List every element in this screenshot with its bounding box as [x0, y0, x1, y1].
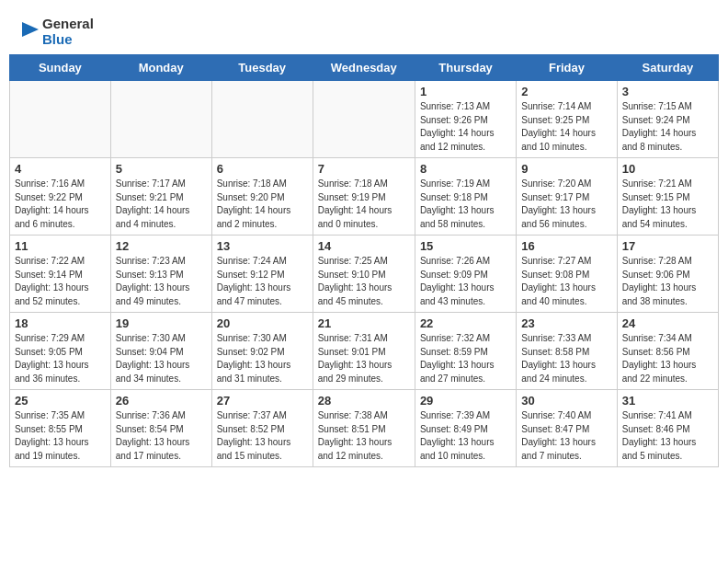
day-number: 3 — [622, 85, 713, 98]
day-number: 11 — [15, 239, 106, 253]
day-number: 21 — [318, 316, 410, 330]
day-info: Sunrise: 7:23 AM Sunset: 9:13 PM Dayligh… — [116, 255, 207, 308]
day-info: Sunrise: 7:17 AM Sunset: 9:21 PM Dayligh… — [116, 178, 207, 231]
day-number: 16 — [521, 239, 611, 253]
day-number: 15 — [420, 239, 511, 253]
day-number: 6 — [217, 162, 308, 176]
day-info: Sunrise: 7:22 AM Sunset: 9:14 PM Dayligh… — [15, 255, 106, 308]
day-number: 24 — [622, 316, 713, 330]
day-info: Sunrise: 7:15 AM Sunset: 9:24 PM Dayligh… — [622, 100, 713, 154]
calendar-cell-1-3 — [211, 81, 313, 158]
day-info: Sunrise: 7:27 AM Sunset: 9:08 PM Dayligh… — [521, 255, 611, 308]
calendar-cell-4-7: 24Sunrise: 7:34 AM Sunset: 8:56 PM Dayli… — [617, 313, 718, 390]
svg-marker-0 — [22, 22, 39, 37]
day-info: Sunrise: 7:28 AM Sunset: 9:06 PM Dayligh… — [622, 255, 713, 308]
day-number: 9 — [521, 162, 611, 176]
day-number: 14 — [318, 239, 410, 253]
day-number: 2 — [521, 85, 611, 98]
day-info: Sunrise: 7:21 AM Sunset: 9:15 PM Dayligh… — [622, 178, 713, 231]
day-header-friday: Friday — [517, 55, 617, 81]
day-header-saturday: Saturday — [617, 55, 718, 81]
calendar-cell-4-1: 18Sunrise: 7:29 AM Sunset: 9:05 PM Dayli… — [10, 313, 111, 390]
day-number: 23 — [521, 316, 611, 330]
calendar-cell-2-7: 10Sunrise: 7:21 AM Sunset: 9:15 PM Dayli… — [617, 158, 718, 236]
calendar-cell-1-4 — [313, 81, 415, 158]
day-number: 1 — [420, 85, 511, 98]
day-number: 12 — [116, 239, 207, 253]
calendar-cell-4-4: 21Sunrise: 7:31 AM Sunset: 9:01 PM Dayli… — [313, 313, 415, 390]
day-info: Sunrise: 7:19 AM Sunset: 9:18 PM Dayligh… — [420, 178, 511, 231]
day-info: Sunrise: 7:25 AM Sunset: 9:10 PM Dayligh… — [318, 255, 410, 308]
calendar-week-3: 11Sunrise: 7:22 AM Sunset: 9:14 PM Dayli… — [10, 236, 719, 313]
day-info: Sunrise: 7:40 AM Sunset: 8:47 PM Dayligh… — [521, 409, 611, 463]
page-header: GeneralBlue — [0, 0, 728, 54]
day-info: Sunrise: 7:18 AM Sunset: 9:19 PM Dayligh… — [318, 178, 410, 231]
calendar-cell-2-6: 9Sunrise: 7:20 AM Sunset: 9:17 PM Daylig… — [517, 158, 617, 236]
day-number: 29 — [420, 394, 511, 408]
day-number: 5 — [116, 162, 207, 176]
day-info: Sunrise: 7:35 AM Sunset: 8:55 PM Dayligh… — [15, 409, 106, 463]
day-header-thursday: Thursday — [415, 55, 516, 81]
day-info: Sunrise: 7:36 AM Sunset: 8:54 PM Dayligh… — [116, 409, 207, 463]
day-number: 13 — [217, 239, 308, 253]
calendar-cell-5-3: 27Sunrise: 7:37 AM Sunset: 8:52 PM Dayli… — [211, 390, 313, 467]
day-info: Sunrise: 7:26 AM Sunset: 9:09 PM Dayligh… — [420, 255, 511, 308]
calendar-cell-1-1 — [10, 81, 111, 158]
calendar-week-5: 25Sunrise: 7:35 AM Sunset: 8:55 PM Dayli… — [10, 390, 719, 467]
calendar-cell-2-5: 8Sunrise: 7:19 AM Sunset: 9:18 PM Daylig… — [415, 158, 516, 236]
calendar-cell-5-5: 29Sunrise: 7:39 AM Sunset: 8:49 PM Dayli… — [415, 390, 516, 467]
calendar-cell-1-2 — [110, 81, 211, 158]
day-info: Sunrise: 7:30 AM Sunset: 9:04 PM Dayligh… — [116, 332, 207, 385]
logo: GeneralBlue — [22, 17, 94, 47]
day-info: Sunrise: 7:24 AM Sunset: 9:12 PM Dayligh… — [217, 255, 308, 308]
day-number: 26 — [116, 394, 207, 408]
day-info: Sunrise: 7:39 AM Sunset: 8:49 PM Dayligh… — [420, 409, 511, 463]
day-number: 22 — [420, 316, 511, 330]
calendar-cell-5-1: 25Sunrise: 7:35 AM Sunset: 8:55 PM Dayli… — [10, 390, 111, 467]
calendar-body: 1Sunrise: 7:13 AM Sunset: 9:26 PM Daylig… — [10, 81, 719, 467]
day-info: Sunrise: 7:33 AM Sunset: 8:58 PM Dayligh… — [521, 332, 611, 385]
day-number: 10 — [622, 162, 713, 176]
calendar-week-1: 1Sunrise: 7:13 AM Sunset: 9:26 PM Daylig… — [10, 81, 719, 158]
calendar-cell-4-6: 23Sunrise: 7:33 AM Sunset: 8:58 PM Dayli… — [517, 313, 617, 390]
day-header-tuesday: Tuesday — [211, 55, 313, 81]
calendar-cell-2-1: 4Sunrise: 7:16 AM Sunset: 9:22 PM Daylig… — [10, 158, 111, 236]
day-info: Sunrise: 7:14 AM Sunset: 9:25 PM Dayligh… — [521, 100, 611, 154]
calendar-cell-2-3: 6Sunrise: 7:18 AM Sunset: 9:20 PM Daylig… — [211, 158, 313, 236]
calendar-cell-5-6: 30Sunrise: 7:40 AM Sunset: 8:47 PM Dayli… — [517, 390, 617, 467]
day-number: 31 — [622, 394, 713, 408]
day-number: 27 — [217, 394, 308, 408]
calendar-cell-3-4: 14Sunrise: 7:25 AM Sunset: 9:10 PM Dayli… — [313, 236, 415, 313]
day-info: Sunrise: 7:37 AM Sunset: 8:52 PM Dayligh… — [217, 409, 308, 463]
calendar-cell-3-2: 12Sunrise: 7:23 AM Sunset: 9:13 PM Dayli… — [110, 236, 211, 313]
day-number: 28 — [318, 394, 410, 408]
calendar-cell-1-5: 1Sunrise: 7:13 AM Sunset: 9:26 PM Daylig… — [415, 81, 516, 158]
day-number: 25 — [15, 394, 106, 408]
calendar-cell-2-2: 5Sunrise: 7:17 AM Sunset: 9:21 PM Daylig… — [110, 158, 211, 236]
calendar-cell-4-5: 22Sunrise: 7:32 AM Sunset: 8:59 PM Dayli… — [415, 313, 516, 390]
day-info: Sunrise: 7:29 AM Sunset: 9:05 PM Dayligh… — [15, 332, 106, 385]
calendar-week-2: 4Sunrise: 7:16 AM Sunset: 9:22 PM Daylig… — [10, 158, 719, 236]
calendar-cell-2-4: 7Sunrise: 7:18 AM Sunset: 9:19 PM Daylig… — [313, 158, 415, 236]
calendar-cell-5-7: 31Sunrise: 7:41 AM Sunset: 8:46 PM Dayli… — [617, 390, 718, 467]
day-number: 20 — [217, 316, 308, 330]
day-info: Sunrise: 7:16 AM Sunset: 9:22 PM Dayligh… — [15, 178, 106, 231]
day-info: Sunrise: 7:41 AM Sunset: 8:46 PM Dayligh… — [622, 409, 713, 463]
day-info: Sunrise: 7:18 AM Sunset: 9:20 PM Dayligh… — [217, 178, 308, 231]
day-header-sunday: Sunday — [10, 55, 111, 81]
day-number: 8 — [420, 162, 511, 176]
calendar-header-row: SundayMondayTuesdayWednesdayThursdayFrid… — [10, 55, 719, 81]
day-info: Sunrise: 7:38 AM Sunset: 8:51 PM Dayligh… — [318, 409, 410, 463]
day-info: Sunrise: 7:30 AM Sunset: 9:02 PM Dayligh… — [217, 332, 308, 385]
day-number: 30 — [521, 394, 611, 408]
calendar-cell-3-5: 15Sunrise: 7:26 AM Sunset: 9:09 PM Dayli… — [415, 236, 516, 313]
day-header-wednesday: Wednesday — [313, 55, 415, 81]
calendar-cell-3-6: 16Sunrise: 7:27 AM Sunset: 9:08 PM Dayli… — [517, 236, 617, 313]
day-number: 18 — [15, 316, 106, 330]
calendar-table: SundayMondayTuesdayWednesdayThursdayFrid… — [9, 54, 719, 467]
day-info: Sunrise: 7:13 AM Sunset: 9:26 PM Dayligh… — [420, 100, 511, 154]
calendar-cell-5-4: 28Sunrise: 7:38 AM Sunset: 8:51 PM Dayli… — [313, 390, 415, 467]
day-info: Sunrise: 7:20 AM Sunset: 9:17 PM Dayligh… — [521, 178, 611, 231]
day-number: 19 — [116, 316, 207, 330]
calendar-cell-4-3: 20Sunrise: 7:30 AM Sunset: 9:02 PM Dayli… — [211, 313, 313, 390]
